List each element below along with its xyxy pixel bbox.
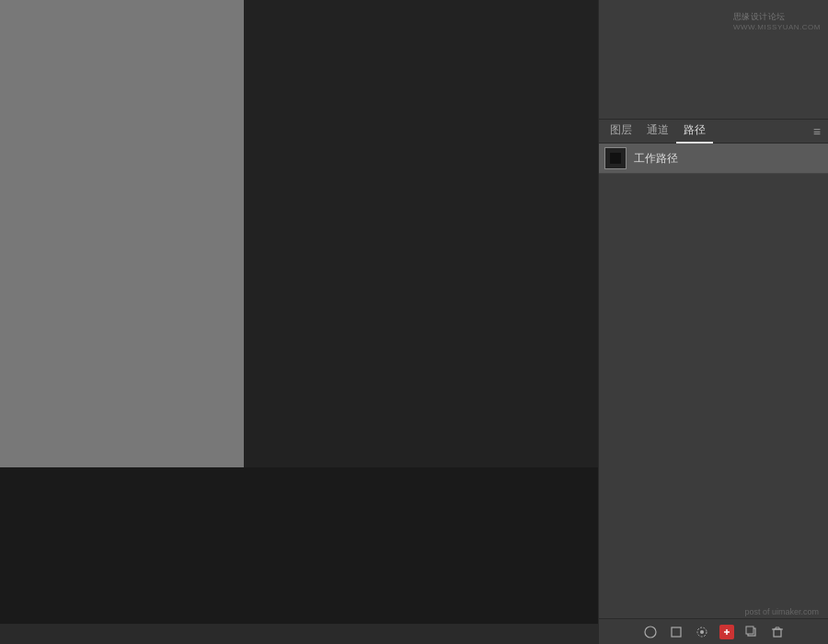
uimaker-watermark: post of uimaker.com bbox=[744, 607, 819, 616]
main-layout: 思缘设计论坛 WWW.MISSYUAN.COM 图层 通道 路径 ≡ 工作路径 bbox=[0, 0, 828, 644]
fill-path-button[interactable] bbox=[642, 624, 659, 640]
path-row-workpath[interactable]: 工作路径 bbox=[599, 144, 828, 174]
paths-panel: 工作路径 bbox=[599, 144, 828, 618]
canvas-bottom bbox=[0, 467, 598, 644]
path-name: 工作路径 bbox=[634, 151, 678, 167]
duplicate-icon bbox=[745, 626, 758, 638]
svg-rect-1 bbox=[672, 627, 681, 637]
new-path-icon bbox=[722, 627, 731, 637]
new-path-button[interactable] bbox=[719, 625, 734, 639]
svg-rect-8 bbox=[746, 627, 753, 634]
svg-point-3 bbox=[700, 630, 704, 634]
selection-button[interactable] bbox=[694, 624, 710, 640]
svg-rect-9 bbox=[774, 629, 781, 637]
tabs-bar: 图层 通道 路径 ≡ bbox=[599, 120, 828, 144]
status-bar bbox=[0, 624, 598, 644]
selection-icon bbox=[696, 626, 708, 638]
preview-area: 思缘设计论坛 WWW.MISSYUAN.COM bbox=[599, 0, 828, 120]
svg-point-0 bbox=[645, 627, 656, 638]
watermark-cn: 思缘设计论坛 bbox=[733, 11, 821, 23]
delete-path-button[interactable] bbox=[769, 624, 786, 640]
panel-bottom-toolbar bbox=[599, 618, 828, 644]
panel-menu-icon[interactable]: ≡ bbox=[810, 124, 824, 139]
path-thumbnail bbox=[604, 147, 627, 169]
canvas-area bbox=[0, 0, 598, 644]
tab-paths[interactable]: 路径 bbox=[676, 119, 713, 144]
stroke-path-button[interactable] bbox=[668, 624, 684, 640]
watermark-url: WWW.MISSYUAN.COM bbox=[733, 23, 821, 31]
tab-channels[interactable]: 通道 bbox=[639, 119, 676, 144]
canvas-shape bbox=[0, 0, 244, 469]
right-panel: 思缘设计论坛 WWW.MISSYUAN.COM 图层 通道 路径 ≡ 工作路径 bbox=[598, 0, 828, 644]
duplicate-path-button[interactable] bbox=[743, 624, 760, 640]
delete-icon bbox=[771, 626, 784, 638]
fill-icon bbox=[644, 626, 657, 638]
path-thumbnail-inner bbox=[610, 153, 621, 164]
preview-watermark: 思缘设计论坛 WWW.MISSYUAN.COM bbox=[733, 11, 821, 31]
stroke-icon bbox=[670, 626, 683, 638]
tab-layers[interactable]: 图层 bbox=[603, 119, 639, 144]
